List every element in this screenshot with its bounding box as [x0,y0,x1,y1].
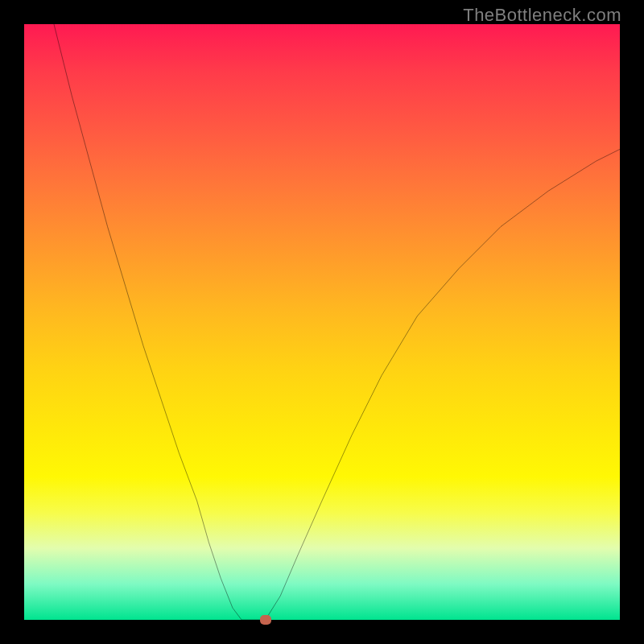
watermark-text: TheBottleneck.com [463,5,621,26]
bottleneck-curve [24,24,620,620]
optimum-marker [260,615,271,625]
curve-path [54,24,620,620]
chart-frame: TheBottleneck.com [0,0,644,644]
